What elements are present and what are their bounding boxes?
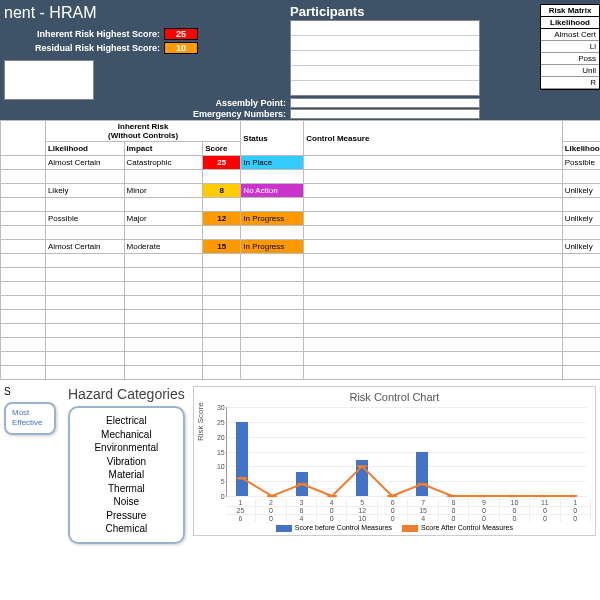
matrix-row: Poss xyxy=(541,53,599,65)
svg-point-5 xyxy=(386,495,397,498)
table-row[interactable] xyxy=(1,296,601,310)
svg-point-10 xyxy=(537,495,548,498)
col-likelihood: Likelihood xyxy=(45,142,124,156)
risk-matrix: Risk Matrix Likelihood Almost CertLiPoss… xyxy=(540,4,600,90)
svg-point-11 xyxy=(567,495,578,498)
matrix-row: Unli xyxy=(541,65,599,77)
emergency-input[interactable] xyxy=(290,109,480,119)
chart-ylabel: Risk Score xyxy=(196,402,205,441)
inherent-group-head: Inherent Risk(Without Controls) xyxy=(45,121,240,142)
hazard-list: ElectricalMechanicalEnvironmentalVibrati… xyxy=(68,406,185,544)
header-panel: nent - HRAM Participants Inherent Risk H… xyxy=(0,0,600,120)
emergency-label: Emergency Numbers: xyxy=(160,109,290,119)
table-row[interactable]: PossibleMajor12In ProgressUnlikelyCatast… xyxy=(1,212,601,226)
table-row[interactable] xyxy=(1,352,601,366)
hazard-section: Hazard Categories ElectricalMechanicalEn… xyxy=(68,386,185,544)
table-row[interactable] xyxy=(1,254,601,268)
col-score: Score xyxy=(203,142,241,156)
hazard-title: Hazard Categories xyxy=(68,386,185,402)
risk-control-chart: Risk Control Chart Risk Score 0510152025… xyxy=(193,386,596,536)
input-box[interactable] xyxy=(4,60,94,100)
svg-point-0 xyxy=(236,477,247,480)
table-row[interactable]: Almost CertainModerate15In ProgressUnlik… xyxy=(1,240,601,254)
table-row[interactable] xyxy=(1,366,601,380)
bottom-panel: S MostEffective Hazard Categories Electr… xyxy=(0,380,600,550)
table-row[interactable]: LikelyMinor8No ActionUnlikelyMinor xyxy=(1,184,601,198)
effectiveness-box: MostEffective xyxy=(4,402,56,435)
inherent-score-label: Inherent Risk Highest Score: xyxy=(34,29,164,39)
table-row[interactable] xyxy=(1,268,601,282)
risk-table-wrap: Inherent Risk(Without Controls) Status C… xyxy=(0,120,600,380)
table-row[interactable] xyxy=(1,198,601,212)
svg-point-2 xyxy=(296,483,307,486)
svg-point-7 xyxy=(446,495,457,498)
assembly-section: Assembly Point: Emergency Numbers: xyxy=(160,98,480,120)
svg-point-4 xyxy=(356,465,367,468)
table-row[interactable] xyxy=(1,324,601,338)
chart-xaxis: 12345678910111 xyxy=(226,499,591,506)
inherent-score-badge: 25 xyxy=(164,28,198,40)
table-row[interactable] xyxy=(1,310,601,324)
svg-point-6 xyxy=(416,483,427,486)
svg-point-1 xyxy=(266,495,277,498)
svg-point-3 xyxy=(326,495,337,498)
matrix-row: Almost Cert xyxy=(541,29,599,41)
residual-score-label: Residual Risk Highest Score: xyxy=(34,43,164,53)
table-row[interactable] xyxy=(1,170,601,184)
col-status: Status xyxy=(241,121,304,156)
table-row[interactable] xyxy=(1,282,601,296)
col-res-likelihood: Likelihood xyxy=(562,142,600,156)
table-row[interactable] xyxy=(1,226,601,240)
risk-matrix-title: Risk Matrix xyxy=(541,5,599,17)
assembly-label: Assembly Point: xyxy=(160,98,290,108)
score-summary: Inherent Risk Highest Score: 25 Residual… xyxy=(34,28,198,56)
table-row[interactable] xyxy=(1,338,601,352)
residual-score-badge: 10 xyxy=(164,42,198,54)
participants-label: Participants xyxy=(290,4,364,19)
col-impact: Impact xyxy=(124,142,203,156)
risk-table[interactable]: Inherent Risk(Without Controls) Status C… xyxy=(0,120,600,380)
matrix-row: Li xyxy=(541,41,599,53)
table-row[interactable]: Almost CertainCatastrophic25In PlacePoss… xyxy=(1,156,601,170)
participants-input[interactable] xyxy=(290,20,480,96)
svg-point-8 xyxy=(477,495,488,498)
residual-group-head: Residual Risk(With Controls) xyxy=(562,121,600,142)
col-control: Control Measure xyxy=(304,121,562,156)
matrix-row: R xyxy=(541,77,599,89)
assembly-input[interactable] xyxy=(290,98,480,108)
s-label: S xyxy=(4,386,11,397)
risk-matrix-col: Likelihood xyxy=(541,17,599,29)
svg-point-9 xyxy=(507,495,518,498)
chart-title: Risk Control Chart xyxy=(198,391,591,403)
chart-legend: Score before Control Measures Score Afte… xyxy=(198,524,591,532)
